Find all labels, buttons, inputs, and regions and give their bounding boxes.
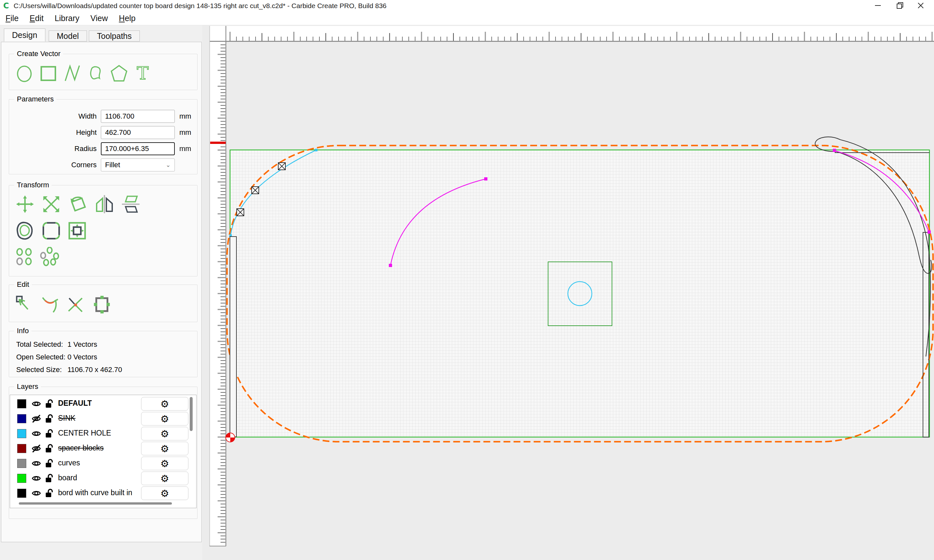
menu-library[interactable]: Library: [54, 14, 79, 23]
circular-copy-icon[interactable]: [40, 247, 59, 266]
layer-color-swatch[interactable]: [17, 459, 26, 468]
height-input[interactable]: [101, 126, 175, 139]
tab-toolpaths[interactable]: Toolpaths: [89, 31, 140, 42]
transform-group: Transform: [9, 185, 197, 277]
create-vector-title: Create Vector: [14, 49, 63, 58]
layer-settings-button[interactable]: ⚙: [141, 486, 188, 500]
tab-design[interactable]: Design: [4, 29, 45, 42]
eye-icon[interactable]: [31, 429, 41, 438]
tab-model[interactable]: Model: [49, 31, 87, 42]
eye-off-icon[interactable]: [31, 444, 41, 453]
layer-color-swatch[interactable]: [17, 474, 26, 483]
panel-frame: Create Vector T Parameters WidthmmHeight…: [1, 42, 202, 542]
info-value: 1 Vectors: [68, 340, 97, 349]
unlock-icon[interactable]: [45, 444, 54, 453]
eye-icon[interactable]: [31, 474, 41, 483]
fit-inside-icon[interactable]: [68, 220, 87, 241]
eye-icon[interactable]: [31, 489, 41, 498]
info-value: 1106.70 x 462.70: [68, 366, 122, 374]
menu-view[interactable]: View: [91, 14, 108, 23]
layer-name: bord with curve built in: [58, 488, 132, 497]
scale-icon[interactable]: [42, 194, 61, 215]
layer-row[interactable]: spacer blocks⚙: [10, 442, 196, 455]
round-corners-icon[interactable]: [42, 220, 61, 241]
layers-title: Layers: [14, 382, 41, 391]
layer-settings-button[interactable]: ⚙: [141, 427, 188, 440]
layer-color-swatch[interactable]: [17, 489, 26, 498]
offset-icon[interactable]: [15, 220, 35, 241]
corners-select[interactable]: Fillet⌄: [101, 158, 175, 171]
gear-icon: ⚙: [160, 398, 169, 410]
layer-color-swatch[interactable]: [17, 399, 26, 408]
close-button[interactable]: [910, 0, 931, 11]
layer-settings-button[interactable]: ⚙: [141, 472, 188, 485]
menu-help[interactable]: Help: [119, 14, 136, 23]
layer-color-swatch[interactable]: [17, 444, 26, 453]
x-square-marker[interactable]: [278, 163, 285, 170]
eye-off-icon[interactable]: [31, 414, 41, 423]
layer-color-swatch[interactable]: [17, 429, 26, 438]
info-label: Total Selected:: [16, 340, 63, 349]
layer-settings-button[interactable]: ⚙: [141, 457, 188, 470]
move-icon[interactable]: [15, 194, 35, 215]
layer-settings-button[interactable]: ⚙: [141, 442, 188, 455]
unlock-icon[interactable]: [45, 414, 54, 423]
layers-horizontal-scrollbar[interactable]: [19, 502, 172, 505]
unlock-icon[interactable]: [45, 429, 54, 438]
gear-icon: ⚙: [160, 473, 169, 484]
vertical-ruler: [210, 26, 226, 546]
menu-file[interactable]: File: [6, 14, 18, 23]
text-tool-icon[interactable]: T: [134, 63, 152, 83]
layer-row[interactable]: SINK⚙: [10, 412, 196, 426]
left-edge-rectangle-vector[interactable]: [230, 237, 236, 437]
eye-icon[interactable]: [31, 459, 41, 468]
layer-row[interactable]: DEFAULT⚙: [10, 397, 196, 411]
layers-vertical-scrollbar[interactable]: [190, 397, 193, 431]
mirror-icon[interactable]: [94, 194, 115, 215]
maximize-button[interactable]: [889, 0, 911, 11]
unlock-icon[interactable]: [45, 488, 54, 498]
menu-edit[interactable]: Edit: [29, 14, 43, 23]
x-square-marker[interactable]: [237, 209, 244, 216]
layer-row[interactable]: board⚙: [10, 471, 196, 485]
flip-vertical-icon[interactable]: [121, 194, 141, 215]
resize-handles-icon[interactable]: [93, 295, 112, 315]
layer-color-swatch[interactable]: [17, 414, 26, 423]
board-rectangle-vector[interactable]: [230, 150, 929, 437]
info-title: Info: [14, 327, 31, 335]
job-origin-marker: [226, 433, 235, 442]
layer-row[interactable]: bord with curve built in⚙: [10, 486, 196, 500]
rectangle-tool-icon[interactable]: [39, 63, 58, 83]
unit-label: mm: [179, 112, 191, 120]
radius-input[interactable]: [101, 142, 175, 155]
info-group: Info Total Selected:1 VectorsOpen Select…: [9, 331, 197, 377]
minimize-button[interactable]: [867, 0, 889, 11]
rotate-icon[interactable]: [68, 194, 88, 215]
x-square-marker[interactable]: [252, 187, 259, 194]
layer-settings-button[interactable]: ⚙: [141, 412, 188, 426]
layer-settings-button[interactable]: ⚙: [141, 397, 188, 411]
polyline-tool-icon[interactable]: [63, 63, 82, 83]
edit-title: Edit: [14, 280, 32, 289]
curve-tool-icon[interactable]: [87, 63, 105, 83]
design-canvas[interactable]: [202, 25, 934, 560]
break-curve-icon[interactable]: [67, 295, 86, 315]
eye-icon[interactable]: [31, 399, 41, 408]
parameters-title: Parameters: [14, 95, 56, 103]
unlock-icon[interactable]: [45, 474, 54, 483]
layer-name: CENTER HOLE: [58, 429, 111, 437]
layer-row[interactable]: CENTER HOLE⚙: [10, 426, 196, 441]
grid-copy-icon[interactable]: [15, 247, 34, 266]
polygon-tool-icon[interactable]: [109, 63, 128, 83]
node-edit-icon[interactable]: [15, 295, 34, 315]
minimize-icon: [874, 1, 882, 10]
layer-row[interactable]: curves⚙: [10, 456, 196, 471]
gear-icon: ⚙: [160, 458, 169, 469]
circle-tool-icon[interactable]: [15, 63, 34, 83]
unlock-icon[interactable]: [45, 458, 54, 468]
title-bar: C C:/Users/willa/Downloads/updated count…: [0, 0, 934, 12]
trim-icon[interactable]: [41, 295, 60, 315]
width-input[interactable]: [101, 110, 175, 123]
ruler-stock-top-marker: [210, 142, 226, 144]
unlock-icon[interactable]: [45, 399, 54, 409]
